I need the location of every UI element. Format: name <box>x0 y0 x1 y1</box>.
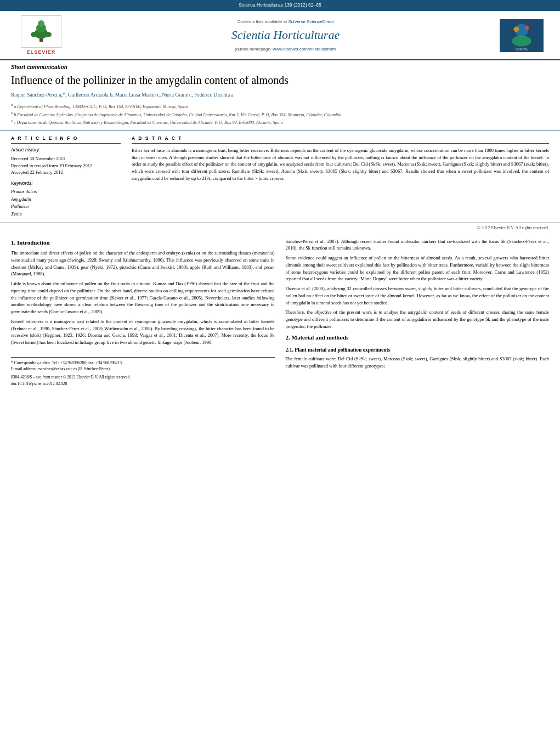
intro-para2: Little is known about the influence of p… <box>11 280 275 315</box>
keywords-list: Prunus dulcis Amygdalin Pollinizer Xenia <box>11 188 121 218</box>
abstract-heading: A B S T R A C T <box>132 135 549 144</box>
article-info-column: A R T I C L E I N F O Article history: R… <box>11 135 121 218</box>
keyword-2: Amygdalin <box>11 196 121 203</box>
svg-point-5 <box>44 32 52 37</box>
revised-date: Received in revised form 19 February 201… <box>11 162 121 169</box>
elsevier-logo: ELSEVIER <box>11 15 71 56</box>
right-para1: Sánchez-Pérez et al., 2007). Although re… <box>286 238 550 252</box>
copyright-line: © 2012 Elsevier B.V. All rights reserved… <box>0 222 560 233</box>
keyword-4: Xenia <box>11 211 121 218</box>
right-para3: Dicenta et al. (2000), analyzing 32 cont… <box>286 285 550 306</box>
right-para5: The female cultivars were: Del Cid (SkSk… <box>286 355 550 370</box>
abstract-column: A B S T R A C T Bitter kernel taste in a… <box>132 135 549 218</box>
journal-header: ELSEVIER Contents lists available at Sci… <box>0 11 560 60</box>
corresponding-author: * Corresponding author. Tel.: +34 968396… <box>11 360 275 366</box>
affiliation-a: a a Department of Plant Breeding, CEBAS-… <box>11 102 549 110</box>
intro-para3: Kernel bitterness is a monogenic trait r… <box>11 318 275 346</box>
email-address: E-mail address: rsanchez@cebas.csic.es (… <box>11 366 275 372</box>
body-right-column: Sánchez-Pérez et al., 2007). Although re… <box>286 238 550 387</box>
article-dates: Received 30 November 2011 Received in re… <box>11 155 121 176</box>
intro-section-title: 1. Introduction <box>11 238 275 247</box>
history-label: Article history: <box>11 147 121 154</box>
journal-reference-bar: Scientia Horticulturae 139 (2012) 62–65 <box>0 0 560 11</box>
journal-right-logo: SCIENTIA <box>500 19 544 52</box>
keyword-1: Prunus dulcis <box>11 188 121 196</box>
body-content: 1. Introduction The immediate and direct… <box>0 234 560 391</box>
svg-point-4 <box>31 32 38 37</box>
contents-line: Contents lists available at SciVerse Sci… <box>71 19 500 25</box>
journal-homepage: journal homepage: www.elsevier.com/locat… <box>71 46 500 52</box>
journal-reference-text: Scientia Horticulturae 139 (2012) 62–65 <box>239 2 321 8</box>
right-para4: Therefore, the objective of the present … <box>286 309 550 330</box>
svg-point-3 <box>38 20 44 27</box>
accepted-date: Accepted 22 February 2012 <box>11 169 121 176</box>
page: Scientia Horticulturae 139 (2012) 62–65 … <box>0 0 560 741</box>
affiliations-block: a a Department of Plant Breeding, CEBAS-… <box>0 101 560 131</box>
keywords-label: Keywords: <box>11 180 121 187</box>
journal-title: Scientia Horticulturae <box>71 27 500 44</box>
right-para2: Some evidence could suggest an influence… <box>286 254 550 282</box>
svg-point-10 <box>525 25 529 30</box>
elsevier-logo-area: ELSEVIER <box>11 15 71 56</box>
affiliation-c: c c Departamento de Química Analítica, N… <box>11 118 549 126</box>
section21-title: 2.1. Plant material and pollination expe… <box>286 346 550 354</box>
journal-logo-area: SCIENTIA <box>500 19 549 52</box>
authors-text: Raquel Sánchez-Pérez a,*, Guillermo Arrá… <box>11 92 234 98</box>
section2-title: 2. Material and methods <box>286 333 550 342</box>
elsevier-logo-box <box>21 15 61 48</box>
svg-point-8 <box>512 36 531 47</box>
keyword-3: Pollinizer <box>11 203 121 211</box>
elsevier-text: ELSEVIER <box>27 49 56 56</box>
svg-text:SCIENTIA: SCIENTIA <box>516 48 528 51</box>
article-title: Influence of the pollinizer in the amygd… <box>0 72 560 90</box>
elsevier-tree-icon <box>25 18 58 43</box>
body-left-column: 1. Introduction The immediate and direct… <box>11 238 275 387</box>
svg-point-9 <box>513 26 519 32</box>
journal-logo-icon: SCIENTIA <box>500 19 543 52</box>
abstract-text: Bitter kernel taste in almonds is a mono… <box>132 147 549 182</box>
footnote-section: * Corresponding author. Tel.: +34 968396… <box>11 357 275 372</box>
authors-line: Raquel Sánchez-Pérez a,*, Guillermo Arrá… <box>0 90 560 101</box>
doi-line: 0304-4238/$ – see front matter © 2012 El… <box>11 374 275 387</box>
intro-para1: The immediate and direct effects of poll… <box>11 250 275 278</box>
article-info-abstract-section: A R T I C L E I N F O Article history: R… <box>0 131 560 222</box>
article-type: Short communication <box>0 60 560 72</box>
affiliation-b: b b Facultad de Ciencias Agrícolas, Prog… <box>11 110 549 118</box>
received-date: Received 30 November 2011 <box>11 155 121 162</box>
article-info-heading: A R T I C L E I N F O <box>11 135 121 144</box>
journal-title-area: Contents lists available at SciVerse Sci… <box>71 19 500 52</box>
